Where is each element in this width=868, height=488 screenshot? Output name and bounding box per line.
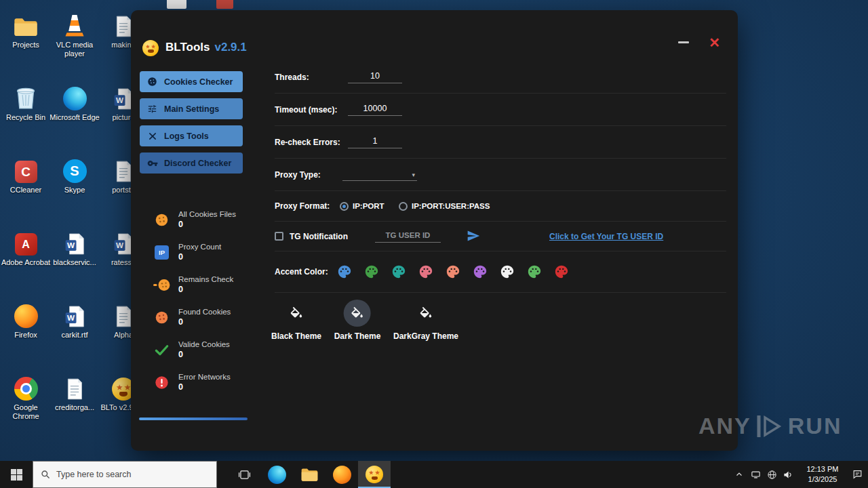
desktop-icon-projects[interactable]: Projects <box>0 8 52 81</box>
tg-notification-checkbox[interactable] <box>275 232 283 241</box>
stat-valide-cookies: Valide Cookies0 <box>153 333 264 366</box>
tray-volume-icon[interactable] <box>780 461 796 488</box>
proxy-type-select[interactable]: ▾ <box>342 168 417 181</box>
radio-ip-port-user-pass-label: IP:PORT:USER:PASS <box>412 202 490 210</box>
clock-time: 12:13 PM <box>799 464 846 474</box>
proxy-format-row: Proxy Format: IP:PORT IP:PORT:USER:PASS <box>275 191 726 222</box>
firefox-icon <box>14 301 38 328</box>
desktop-icon-ccleaner[interactable]: CCCleaner <box>0 153 52 226</box>
clock-date: 1/3/2025 <box>799 474 846 485</box>
radio-ip-port[interactable] <box>340 202 349 211</box>
acrobat-icon: A <box>15 228 37 256</box>
word-icon: W <box>64 301 85 328</box>
accent-color-7[interactable] <box>500 264 515 279</box>
tray-network-icon[interactable] <box>747 461 764 488</box>
stat-proxy-count: IPProxy Count0 <box>153 236 264 268</box>
taskbar-apps: ★ ★ <box>260 461 391 488</box>
stat-label: All Cookies Files <box>178 210 236 218</box>
desktop-icon-label: Alpha <box>114 331 133 340</box>
desktop-icon-label: Microsoft Edge <box>50 113 99 122</box>
minimize-button[interactable] <box>678 41 689 43</box>
desktop-icon-label: creditorga... <box>55 403 94 412</box>
stat-value: 0 <box>178 220 236 229</box>
desktop-icon-label: Projects <box>12 41 39 49</box>
desktop-icon-microsoft-edge[interactable]: Microsoft Edge <box>49 81 100 153</box>
accent-color-8[interactable] <box>527 264 542 279</box>
proxy-format-option-ip-port: IP:PORT <box>340 202 384 211</box>
desktop-icon-carkit-rtf[interactable]: Wcarkit.rtf <box>49 298 100 371</box>
stat-label: Proxy Count <box>178 243 221 251</box>
accent-color-4[interactable] <box>418 264 433 279</box>
svg-text:W: W <box>116 96 123 104</box>
action-center-icon[interactable] <box>849 461 865 488</box>
accent-color-3[interactable] <box>391 264 406 279</box>
proxy-format-label: Proxy Format: <box>275 201 330 211</box>
desktop-icon-adobe-acrobat[interactable]: AAdobe Acrobat <box>0 226 52 298</box>
tg-user-id-input[interactable]: TG USER ID <box>375 230 441 243</box>
taskbar-search[interactable]: Type here to search <box>33 461 217 488</box>
ccleaner-icon: C <box>15 156 37 183</box>
task-view-button[interactable] <box>228 461 260 488</box>
radio-ip-port-user-pass[interactable] <box>399 202 408 211</box>
nav-logs-tools[interactable]: Logs Tools <box>140 125 243 146</box>
taskbar-app-bltools[interactable]: ★ ★ <box>358 461 391 488</box>
partial-desktop-icon <box>167 0 186 9</box>
task-view-icon <box>238 469 251 481</box>
stat-label: Remains Check <box>178 275 233 283</box>
theme-dark-theme[interactable]: Dark Theme <box>334 300 381 341</box>
stat-value: 0 <box>178 350 230 359</box>
nav-cookies-checker[interactable]: Cookies Checker <box>140 71 243 92</box>
theme-label: DarkGray Theme <box>393 331 458 341</box>
folder-icon <box>13 11 39 38</box>
chevron-down-icon: ▾ <box>412 171 415 178</box>
desktop-icon-firefox[interactable]: Firefox <box>0 298 52 371</box>
start-button[interactable] <box>0 461 33 488</box>
timeout-row: Timeout (msec): 10000 <box>275 94 726 126</box>
doc-icon <box>65 373 84 401</box>
error-icon <box>153 375 171 390</box>
desktop-icon-label: Firefox <box>14 331 37 340</box>
stat-value: 0 <box>178 382 231 392</box>
proxy-type-row: Proxy Type: ▾ <box>275 159 726 191</box>
accent-color-1[interactable] <box>337 264 352 279</box>
desktop-icon-skype[interactable]: SSkype <box>49 153 100 226</box>
desktop-icon-vlc-media-player[interactable]: VLC media player <box>49 8 100 81</box>
nav-discord-checker[interactable]: Discord Checker <box>140 152 243 174</box>
tray-globe-icon[interactable] <box>764 461 780 488</box>
accent-color-5[interactable] <box>446 264 460 279</box>
timeout-input[interactable]: 10000 <box>348 104 402 116</box>
word-icon: W <box>64 228 85 256</box>
desktop-icon-creditorga[interactable]: creditorga... <box>49 371 100 443</box>
recycle-icon <box>15 83 37 110</box>
stat-value: 0 <box>178 285 233 294</box>
theme-darkgray-theme[interactable]: DarkGray Theme <box>393 300 458 341</box>
paint-bucket-icon <box>283 300 310 327</box>
theme-black-theme[interactable]: Black Theme <box>271 300 321 341</box>
accent-color-6[interactable] <box>473 264 488 279</box>
close-button[interactable]: ✕ <box>709 35 720 51</box>
threads-input[interactable]: 10 <box>348 71 402 83</box>
key-icon <box>146 158 158 169</box>
recheck-errors-input[interactable]: 1 <box>348 136 402 148</box>
desktop-icon-google-chrome[interactable]: Google Chrome <box>0 371 52 443</box>
accent-color-2[interactable] <box>364 264 379 279</box>
tg-user-id-link[interactable]: Click to Get Your TG USER ID <box>549 232 663 241</box>
watermark-text-right: RUN <box>788 413 842 439</box>
taskbar-app-edge[interactable] <box>260 461 293 488</box>
threads-row: Threads: 10 <box>275 61 726 94</box>
taskbar-app-file-explorer[interactable] <box>293 461 326 488</box>
search-placeholder: Type here to search <box>56 470 131 479</box>
radio-ip-port-label: IP:PORT <box>353 202 384 210</box>
desktop-icon-recycle-bin[interactable]: Recycle Bin <box>0 81 52 153</box>
svg-text:W: W <box>67 313 75 322</box>
desktop-icon-blackservic[interactable]: Wblackservic... <box>49 226 100 298</box>
window-title: BLTools <box>165 41 210 54</box>
nav-main-settings[interactable]: Main Settings <box>140 98 243 119</box>
accent-color-9[interactable] <box>554 264 569 279</box>
taskbar-app-firefox[interactable] <box>326 461 358 488</box>
svg-text:W: W <box>116 241 123 249</box>
stat-error-networks: Error Networks0 <box>153 366 264 399</box>
taskbar-clock[interactable]: 12:13 PM 1/3/2025 <box>799 464 846 485</box>
tray-chevron-up-icon[interactable] <box>731 461 747 488</box>
send-icon[interactable] <box>465 229 481 243</box>
